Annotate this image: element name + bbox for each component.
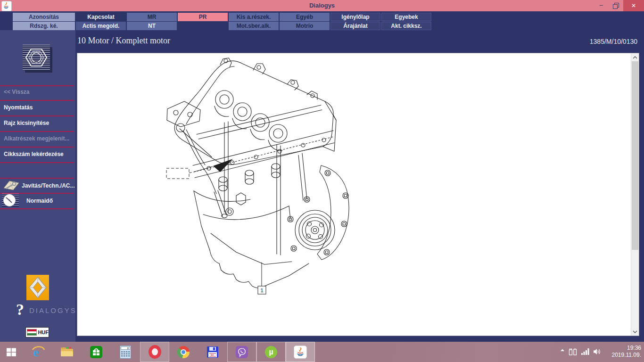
battery-icon[interactable] [569,347,577,356]
scroll-down-icon[interactable] [631,328,639,336]
tab-azonositas[interactable]: Azonosítás [13,13,75,21]
taskbar-utorrent-button[interactable]: µ [256,342,286,362]
tab-mot-sber-alk[interactable]: Mot.sber.alk. [229,22,279,30]
scroll-up-icon[interactable] [631,53,639,61]
tray-time: 19:36 [598,345,641,352]
tab-egyeb[interactable]: Egyéb [280,13,330,21]
tray-expand-icon[interactable] [560,348,565,352]
dialogys-question-mark: ? [16,301,24,319]
divider [0,208,74,209]
tab-kis-a-reszek[interactable]: Kis a.részek. [229,13,279,21]
viber-icon [236,346,248,358]
taskbar-store-button[interactable] [82,342,111,362]
vertical-scrollbar[interactable] [631,53,639,336]
callout-dashed-box[interactable] [166,168,189,179]
tab-bar: Azonosítás Kapcsolat MR PR Kis a.részek.… [0,11,644,30]
sidebar-item-rajz-kicsinyitese[interactable]: Rajz kicsinyítése [4,120,74,126]
page-title: 10 Motor / Komplett motor [77,36,170,46]
nut-icon [23,45,50,70]
divider [0,147,74,148]
taskbar-ie-button[interactable]: e [24,342,53,362]
tab-egyebek[interactable]: Egyebek [381,13,431,21]
sidebar: << Vissza Nyomtatás Rajz kicsinyítése Al… [0,30,75,342]
hungarian-flag-icon [27,329,37,336]
tab-motrio[interactable]: Motrio [280,22,330,30]
chrome-icon [177,346,190,358]
sidebar-item-alkatreszek[interactable]: Alkatrészek megjelenít... [4,135,74,142]
tab-actis-megold[interactable]: Actis megold. [76,22,126,30]
content-area: 10 Motor / Komplett motor 1385/M/10/0130 [75,30,644,342]
dialogys-logo: ? DIALOGYS [16,301,73,320]
taskbar: e 8 [0,342,644,362]
tab-arajanlat[interactable]: Árajánlat [330,22,380,30]
divider [0,115,74,116]
tab-igenylolap[interactable]: Igénylőlap [330,13,380,21]
internet-explorer-icon: e [31,345,45,359]
divider [0,162,74,163]
engine-diagram: 1 [165,54,448,299]
scrollbar-thumb[interactable] [632,61,638,250]
opera-icon [149,345,161,359]
tab-nt[interactable]: NT [127,22,177,30]
tab-pr[interactable]: PR [178,13,228,21]
drawing-canvas: 1 [77,53,639,336]
svg-text:64: 64 [211,354,214,356]
utorrent-icon: µ [265,346,277,358]
microsoft-store-icon [90,346,102,358]
java-icon [294,346,307,359]
windows-start-icon [6,346,17,358]
renault-logo [26,275,49,300]
calculator-icon: 8 [120,346,131,359]
title-bar: Dialogys – ✕ [0,0,644,11]
dialogys-logo-text: DIALOGYS [29,306,77,314]
file-explorer-icon [60,346,74,358]
tab-rdszg-ke[interactable]: Rdszg. ké. [13,22,75,30]
repair-manual-icon [2,179,21,192]
tray-date: 2019.11.09. [598,352,641,359]
taskbar-file-explorer-button[interactable] [53,342,82,362]
taskbar-java-button[interactable] [286,342,315,362]
taskbar-opera-button[interactable] [140,342,169,362]
start-button[interactable] [0,342,23,362]
tab-mr[interactable]: MR [127,13,177,21]
clock-icon [2,194,19,207]
tab-empty [178,22,228,30]
tray-clock[interactable]: 19:36 2019.11.09. [598,345,641,359]
sidebar-item-cikkszam[interactable]: Cikkszám lekérdezése [4,151,74,157]
divider [0,131,74,132]
close-button[interactable]: ✕ [623,0,644,11]
restore-icon[interactable] [609,0,623,11]
sidebar-item-nyomtatas[interactable]: Nyomtatás [4,104,74,111]
window-title: Dialogys [0,0,644,11]
tab-kapcsolat[interactable]: Kapcsolat [76,13,126,21]
taskbar-save-button[interactable]: 64 [198,342,227,362]
taskbar-calculator-button[interactable]: 8 [111,342,140,362]
tab-akt-cikksz[interactable]: Akt. cikksz. [381,22,431,30]
taskbar-chrome-button[interactable] [169,342,198,362]
divider [0,85,74,86]
minimize-button[interactable]: – [594,0,608,11]
currency-huf-button[interactable]: HUF [25,327,49,337]
reference-number: 1385/M/10/0130 [590,38,637,45]
taskbar-viber-button[interactable] [227,342,256,362]
sidebar-item-vissza[interactable]: << Vissza [4,89,74,95]
callout-1-label[interactable]: 1 [260,288,263,293]
network-signal-icon[interactable] [581,348,590,355]
divider [0,100,74,101]
floppy-save-icon: 64 [206,346,219,358]
currency-label: HUF [38,329,49,335]
